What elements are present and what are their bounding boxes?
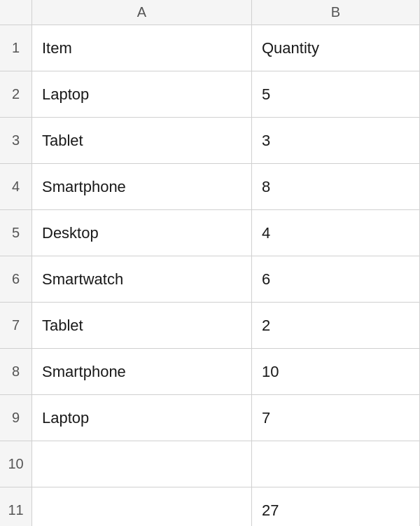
table-row: 5 Desktop 4 <box>0 210 420 256</box>
table-row: 11 27 <box>0 487 420 526</box>
row-number-3: 3 <box>0 118 32 163</box>
column-header-row: A B <box>0 0 420 25</box>
table-row: 9 Laptop 7 <box>0 395 420 441</box>
row-number-10: 10 <box>0 441 32 487</box>
cell-4a[interactable]: Smartphone <box>32 164 252 209</box>
cell-6a[interactable]: Smartwatch <box>32 256 252 302</box>
row-number-7: 7 <box>0 303 32 348</box>
table-row: 4 Smartphone 8 <box>0 164 420 210</box>
row-number-9: 9 <box>0 395 32 441</box>
cell-11b[interactable]: 27 <box>252 487 420 526</box>
row-number-4: 4 <box>0 164 32 209</box>
cell-11a[interactable] <box>32 487 252 526</box>
cell-7a[interactable]: Tablet <box>32 303 252 348</box>
corner-cell <box>0 0 32 25</box>
cell-7b[interactable]: 2 <box>252 303 420 348</box>
cell-1b[interactable]: Quantity <box>252 25 420 71</box>
cell-3b[interactable]: 3 <box>252 118 420 163</box>
table-row: 6 Smartwatch 6 <box>0 256 420 303</box>
table-row: 3 Tablet 3 <box>0 118 420 164</box>
row-number-1: 1 <box>0 25 32 71</box>
table-row: 7 Tablet 2 <box>0 303 420 349</box>
table-row: 8 Smartphone 10 <box>0 349 420 395</box>
cell-6b[interactable]: 6 <box>252 256 420 302</box>
spreadsheet: A B 1 Item Quantity 2 Laptop 5 3 <box>0 0 420 526</box>
cell-8b[interactable]: 10 <box>252 349 420 394</box>
row-number-8: 8 <box>0 349 32 394</box>
col-b-header: B <box>252 0 420 25</box>
cell-10b[interactable] <box>252 441 420 487</box>
cell-8a[interactable]: Smartphone <box>32 349 252 394</box>
cell-9a[interactable]: Laptop <box>32 395 252 441</box>
table-row: 2 Laptop 5 <box>0 71 420 118</box>
row-number-6: 6 <box>0 256 32 302</box>
cell-10a[interactable] <box>32 441 252 487</box>
row-number-2: 2 <box>0 71 32 117</box>
col-a-header: A <box>32 0 252 25</box>
cell-9b[interactable]: 7 <box>252 395 420 441</box>
row-number-11: 11 <box>0 487 32 526</box>
table-row: 10 <box>0 441 420 487</box>
cell-2a[interactable]: Laptop <box>32 71 252 117</box>
cell-2b[interactable]: 5 <box>252 71 420 117</box>
row-number-5: 5 <box>0 210 32 256</box>
cell-1a[interactable]: Item <box>32 25 252 71</box>
cell-5b[interactable]: 4 <box>252 210 420 256</box>
cell-3a[interactable]: Tablet <box>32 118 252 163</box>
table-row: 1 Item Quantity <box>0 25 420 71</box>
cell-5a[interactable]: Desktop <box>32 210 252 256</box>
cell-4b[interactable]: 8 <box>252 164 420 209</box>
